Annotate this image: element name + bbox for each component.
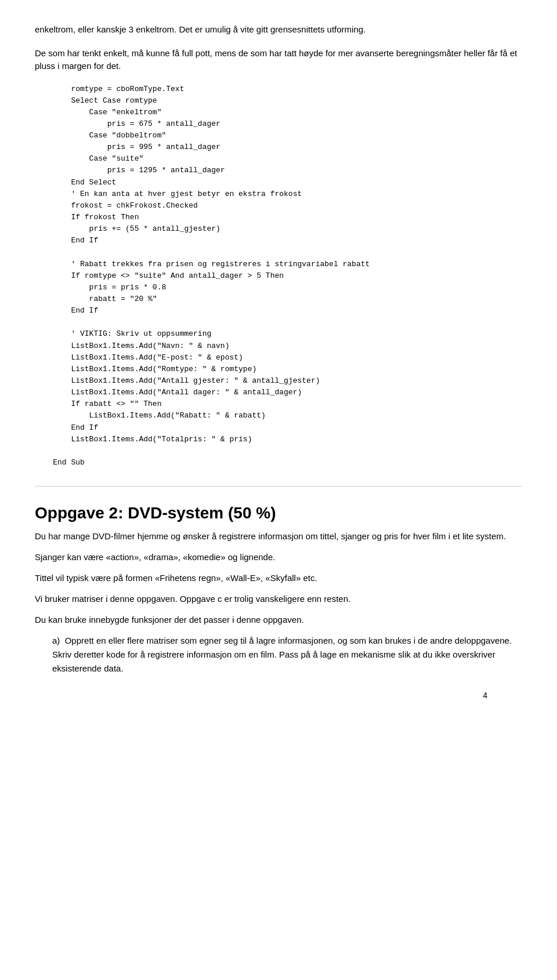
section-divider — [35, 486, 522, 487]
subitem-a-label: a) — [52, 636, 60, 645]
assignment2-desc4: Vi bruker matriser i denne oppgaven. Opp… — [35, 592, 522, 606]
subitem-a-text: Opprett en eller flere matriser som egne… — [52, 636, 512, 673]
assignment2-title: Oppgave 2: DVD-system (50 %) — [35, 504, 522, 522]
code-block: romtype = cboRomType.Text Select Case ro… — [35, 84, 522, 469]
page-number: 4 — [483, 691, 487, 700]
assignment2-desc2: Sjanger kan være «action», «drama», «kom… — [35, 550, 522, 564]
intro-line2: De som har tenkt enkelt, må kunne få ful… — [35, 47, 522, 73]
assignment2-desc5: Du kan bruke innebygde funksjoner der de… — [35, 613, 522, 627]
intro-line1: enkeltrom, eller kanskje 3 enkeltrom. De… — [35, 23, 522, 37]
assignment2-desc3: Tittel vil typisk være på formen «Frihet… — [35, 571, 522, 585]
subitem-a: a) Opprett en eller flere matriser som e… — [52, 634, 522, 676]
assignment2-desc1: Du har mange DVD-filmer hjemme og ønsker… — [35, 529, 522, 543]
